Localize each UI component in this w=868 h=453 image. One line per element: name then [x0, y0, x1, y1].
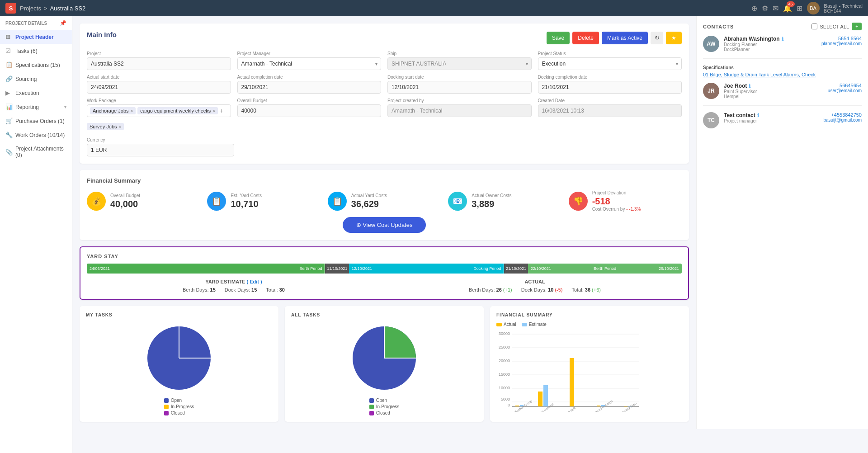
- project-created-by-field: Project created by: [387, 98, 532, 133]
- sidebar-item-tasks[interactable]: ☑ Tasks (6): [0, 44, 72, 58]
- edit-link[interactable]: ( Edit ): [246, 279, 262, 284]
- contact-name-joe: Joe Root ℹ: [724, 83, 823, 89]
- actual-total: Total: 36 (+6): [571, 287, 601, 293]
- execution-icon: ▶: [5, 90, 12, 96]
- tag-close-cargo[interactable]: ×: [212, 109, 215, 113]
- est-yard-card: 📋 Est. Yard Costs 10,710: [207, 192, 320, 211]
- contact-phone-joe[interactable]: 56645654: [828, 83, 862, 88]
- grid-icon[interactable]: ⊞: [797, 4, 802, 13]
- info-icon-test: ℹ: [757, 113, 759, 118]
- delete-button[interactable]: Delete: [572, 32, 599, 44]
- contact-email-abraham[interactable]: planner@email.com: [821, 41, 862, 46]
- pm-label: Project Manager: [237, 51, 382, 56]
- svg-text:25000: 25000: [499, 345, 510, 349]
- star-button[interactable]: ★: [666, 32, 682, 44]
- refresh-icon-button[interactable]: ↻: [651, 32, 663, 44]
- project-input[interactable]: [87, 57, 231, 70]
- chat-icon[interactable]: ✉: [773, 4, 778, 13]
- topbar: S Projects > Australia SS2 ⊕ ⚙ ✉ 🔔 45 ⊞ …: [0, 0, 868, 16]
- sidebar-item-label: Work Orders (10/14): [15, 132, 65, 138]
- sidebar-item-label: Reporting: [15, 104, 39, 110]
- plus-icon[interactable]: ⊕: [751, 4, 757, 13]
- status-select[interactable]: Execution: [538, 57, 682, 70]
- legend-open: Open: [164, 398, 194, 403]
- docking-start-input[interactable]: [387, 81, 532, 94]
- overall-budget-input[interactable]: [237, 104, 382, 117]
- currency-input[interactable]: [87, 144, 234, 156]
- tag-add-button[interactable]: +: [220, 107, 223, 114]
- contact-info-abraham: Abraham Washington ℹ Docking Planner Doc…: [724, 36, 817, 52]
- docking-completion-input[interactable]: [538, 81, 682, 94]
- main-content: Main Info Save Delete Mark as Active ↻ ★: [72, 16, 868, 453]
- save-button[interactable]: Save: [547, 32, 570, 44]
- actual-start-input[interactable]: [87, 81, 231, 94]
- est-yard-value: 10,710: [231, 199, 262, 209]
- view-cost-updates-button[interactable]: ⊕ View Cost Updates: [343, 217, 426, 233]
- select-all-wrap: SELECT ALL +: [811, 23, 862, 30]
- sidebar-item-purchase-orders[interactable]: 🛒 Purchase Orders (1): [0, 114, 72, 128]
- contact-email-joe[interactable]: user@email.com: [828, 88, 862, 93]
- sidebar-item-reporting[interactable]: 📊 Reporting ▾: [0, 100, 72, 114]
- contact-email-test[interactable]: basuijt@gmail.com: [823, 118, 862, 123]
- select-all-checkbox[interactable]: [811, 24, 817, 29]
- work-orders-icon: 🔧: [5, 132, 12, 138]
- yard-stay-card: YARD STAY 24/06/2021 Berth Period 11/10/…: [80, 246, 689, 300]
- tag-close-survey[interactable]: ×: [119, 124, 122, 129]
- breadcrumb-projects[interactable]: Projects: [20, 5, 41, 12]
- mark-active-button[interactable]: Mark as Active: [602, 32, 648, 44]
- sidebar-item-label: Tasks (6): [15, 48, 38, 54]
- add-contact-button[interactable]: +: [852, 23, 862, 30]
- tag-close-anchorage[interactable]: ×: [131, 109, 133, 113]
- actual-berth-days: Berth Days: 26 (+1): [469, 287, 512, 293]
- contact-phone-abraham[interactable]: 5654 6564: [821, 36, 862, 41]
- tag-survey: Survey Jobs ×: [87, 123, 124, 130]
- actual-yard-value: 36,629: [351, 199, 387, 209]
- my-tasks-pie-container: Open In-Progress Closed: [86, 322, 272, 415]
- bar-actual-1: [515, 406, 519, 406]
- actual-completion-input[interactable]: [237, 81, 382, 94]
- avatar[interactable]: BA: [807, 2, 820, 14]
- contact-phone-test[interactable]: +4553842750: [823, 112, 862, 118]
- contact-contact-info-joe: 56645654 user@email.com: [828, 83, 862, 99]
- user-info: Basuji - Technical BCH144: [824, 3, 863, 14]
- sidebar-section-label: PROJECT DETAILS: [5, 21, 47, 26]
- specs-link[interactable]: 01 Bilge, Sludge & Drain Tank Level Alar…: [703, 72, 862, 77]
- all-tasks-legend: Open In-Progress Closed: [369, 398, 400, 415]
- pin-icon[interactable]: 📌: [60, 20, 66, 26]
- sidebar-item-specifications[interactable]: 📋 Specifications (15): [0, 58, 72, 72]
- pm-select[interactable]: Amarnath - Technical: [237, 57, 382, 70]
- dock-days-stat: Dock Days: 15: [225, 287, 257, 293]
- sidebar-item-sourcing[interactable]: 🔗 Sourcing: [0, 72, 72, 86]
- sidebar-item-execution[interactable]: ▶ Execution: [0, 86, 72, 100]
- actual-yard-icon: 📋: [328, 192, 347, 211]
- sidebar-item-project-header[interactable]: ⊞ Project Header: [0, 30, 72, 44]
- berth-period-2: 22/10/2021 Berth Period 29/10/2021: [528, 264, 682, 274]
- bar-chart-legend: Actual Estimate: [496, 322, 683, 327]
- bar-actual-5: [624, 406, 627, 406]
- sidebar-item-label: Purchase Orders (1): [15, 118, 65, 124]
- sidebar-item-work-orders[interactable]: 🔧 Work Orders (10/14): [0, 128, 72, 142]
- yard-stats-estimate: Berth Days: 15 Dock Days: 15 Total: 30: [87, 287, 381, 293]
- overall-budget-fin-value: 40,000: [110, 199, 140, 209]
- total-stat: Total: 30: [266, 287, 285, 293]
- notification-bell[interactable]: 🔔 45: [783, 4, 792, 13]
- contact-joe: JR Joe Root ℹ Paint Supervisor Hempel 56…: [703, 83, 862, 106]
- yard-stats-actual: Berth Days: 26 (+1) Dock Days: 10 (-5) T…: [388, 287, 682, 293]
- attachments-icon: 📎: [5, 149, 12, 156]
- settings-icon[interactable]: ⚙: [762, 4, 768, 13]
- status-label: Project Status: [538, 51, 682, 56]
- work-package-tag-input[interactable]: Anchorage Jobs × cargo equipment weekly …: [87, 104, 231, 117]
- contact-name-test: Test contact ℹ: [724, 112, 819, 118]
- sidebar-item-project-attachments[interactable]: 📎 Project Attachments (0): [0, 142, 72, 162]
- work-package-tag2: Survey Jobs ×: [87, 120, 231, 133]
- breadcrumb-current: Australia SS2: [50, 5, 86, 12]
- overall-budget-fin-label: Overall Budget: [110, 193, 140, 198]
- topbar-right: ⊕ ⚙ ✉ 🔔 45 ⊞ BA Basuji - Technical BCH14…: [751, 2, 863, 14]
- project-status-field: Project Status Execution: [538, 51, 682, 70]
- specs-section: Specifications 01 Bilge, Sludge & Drain …: [703, 65, 862, 77]
- financial-summary-chart-card: FINANCIAL SUMMARY Actual Estimate: [490, 306, 689, 422]
- estimate-title: YARD ESTIMATE ( Edit ): [87, 279, 381, 284]
- ship-select[interactable]: SHIPNET AUSTRALIA: [387, 57, 532, 70]
- svg-text:0: 0: [508, 403, 510, 407]
- all-tasks-title: ALL TASKS: [291, 312, 477, 317]
